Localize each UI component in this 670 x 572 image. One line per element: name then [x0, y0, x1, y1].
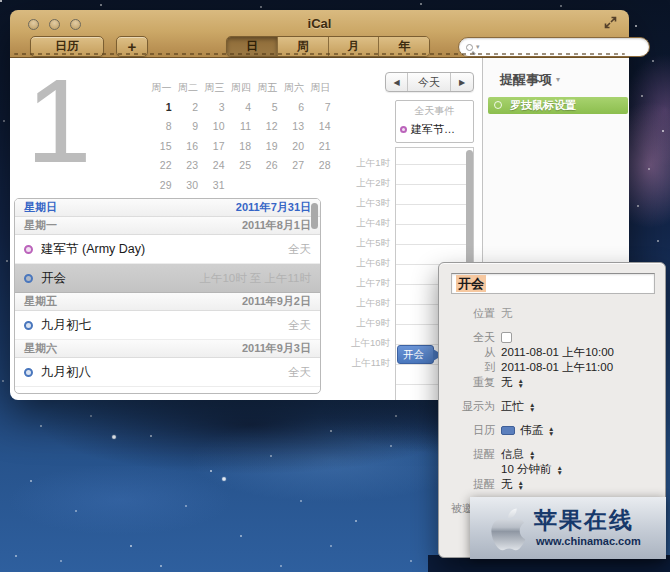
mini-calendar-day[interactable]: 23 [172, 156, 199, 176]
next-day-button[interactable]: ▶ [451, 73, 473, 91]
mini-calendar-day[interactable]: 5 [251, 98, 278, 118]
hour-label: 上午7时 [325, 277, 390, 290]
calendar-color-dot [24, 245, 33, 254]
tab-view-周[interactable]: 周 [278, 37, 329, 56]
mini-calendar-day[interactable]: 11 [225, 117, 252, 137]
day-list-event[interactable]: 建军节 (Army Day)全天 [15, 235, 320, 264]
mini-calendar-day[interactable]: 2 [172, 98, 199, 118]
mini-calendar-day[interactable]: 30 [172, 176, 199, 196]
mini-calendar-day[interactable]: 7 [304, 98, 331, 118]
stepper-down-icon: ▼ [557, 470, 563, 475]
day-list-event-time: 全天 [288, 365, 311, 380]
inspector-field-value: 无 [501, 306, 513, 321]
mini-calendar-day[interactable]: 31 [198, 176, 225, 196]
stepper-down-icon: ▼ [518, 485, 524, 490]
mini-calendar-week-row: 22232425262728 [145, 156, 331, 176]
stepper-icon[interactable]: ▲▼ [518, 378, 524, 388]
mini-calendar-day[interactable]: 6 [278, 98, 305, 118]
hour-label: 上午11时 [325, 357, 390, 370]
today-button[interactable]: 今天 [408, 73, 451, 91]
mini-calendar-day[interactable]: 15 [145, 137, 172, 157]
mini-calendar-day[interactable]: 29 [145, 176, 172, 196]
inspector-row: 提醒无▲▼ [439, 477, 665, 492]
day-list-event-title: 九月初八 [41, 364, 288, 381]
mini-calendar-day[interactable]: 8 [145, 117, 172, 137]
day-list-header-date: 2011年8月1日 [242, 218, 311, 233]
prev-day-button[interactable]: ◀ [386, 73, 408, 91]
mini-calendar-day[interactable]: 14 [304, 117, 331, 137]
mini-calendar-day [251, 176, 278, 196]
day-list-event[interactable]: 九月初八全天 [15, 358, 320, 387]
day-list-event-time: 全天 [288, 318, 311, 333]
day-list-event-time: 全天 [288, 242, 311, 257]
hour-gridline [396, 164, 473, 165]
tab-view-年[interactable]: 年 [379, 37, 429, 56]
weekday-header: 周六 [278, 78, 305, 98]
inspector-row: 提醒信息▲▼ [439, 447, 665, 462]
mini-calendar-day[interactable]: 9 [172, 117, 199, 137]
day-list-event[interactable]: 九月初七全天 [15, 311, 320, 340]
day-list-event-title: 开会 [41, 270, 199, 287]
hour-label: 上午1时 [325, 157, 390, 170]
stepper-icon[interactable]: ▲▼ [529, 450, 535, 460]
timed-event-meeting[interactable]: 开会 [397, 345, 434, 364]
event-title-input[interactable]: 开会 [451, 273, 655, 294]
mini-calendar-day[interactable]: 27 [278, 156, 305, 176]
mini-calendar-day[interactable]: 17 [198, 137, 225, 157]
sort-caret-icon: ▾ [556, 75, 560, 84]
all-day-checkbox[interactable] [501, 332, 512, 343]
stepper-icon[interactable]: ▲▼ [548, 426, 554, 436]
mini-calendar-day[interactable]: 4 [225, 98, 252, 118]
mini-calendar: 周一周二周三周四周五周六周日12345678910111213141516171… [145, 78, 331, 195]
stepper-icon[interactable]: ▲▼ [529, 402, 535, 412]
reminder-item[interactable]: 罗技鼠标设置 [488, 97, 628, 114]
mini-calendar-day[interactable]: 13 [278, 117, 305, 137]
day-list-header: 星期一2011年8月1日 [15, 217, 320, 235]
tab-view-月[interactable]: 月 [329, 37, 380, 56]
mini-calendar-day[interactable]: 12 [251, 117, 278, 137]
calendar-color-dot [400, 126, 407, 133]
tab-view-日[interactable]: 日 [227, 37, 278, 56]
weekday-header: 周二 [172, 78, 199, 98]
day-list-header: 星期六2011年9月3日 [15, 340, 320, 358]
weekday-header: 周五 [251, 78, 278, 98]
day-list-header-date: 2011年7月31日 [236, 200, 311, 215]
calendar-color-dot [24, 368, 33, 377]
inspector-field-value: 2011-08-01 上午11:00 [501, 360, 613, 375]
inspector-field-label: 全天 [439, 330, 501, 345]
mini-calendar-day[interactable]: 16 [172, 137, 199, 157]
hour-label: 上午5时 [325, 237, 390, 250]
inspector-field-label: 提醒 [439, 447, 501, 462]
all-day-event[interactable]: 建军节… [396, 118, 473, 137]
add-event-button[interactable]: + [116, 36, 148, 57]
calendars-button[interactable]: 日历 [30, 36, 104, 57]
mini-calendar-day[interactable]: 1 [145, 98, 172, 118]
mini-calendar-day[interactable]: 3 [198, 98, 225, 118]
mini-calendar-day[interactable]: 18 [225, 137, 252, 157]
mini-calendar-day[interactable]: 22 [145, 156, 172, 176]
inspector-row: 全天 [439, 330, 665, 345]
mini-calendar-day[interactable]: 26 [251, 156, 278, 176]
mini-calendar-day[interactable]: 24 [198, 156, 225, 176]
stepper-icon[interactable]: ▲▼ [557, 465, 563, 475]
mini-calendar-day [278, 176, 305, 196]
big-day-number: 1 [26, 60, 92, 184]
inspector-fields: 位置无全天从2011-08-01 上午10:00到2011-08-01 上午11… [439, 306, 665, 516]
stepper-icon[interactable]: ▲▼ [518, 480, 524, 490]
search-input[interactable]: ▾ [458, 37, 650, 57]
inspector-row: 位置无 [439, 306, 665, 321]
fullscreen-icon[interactable] [604, 15, 617, 28]
day-list-event[interactable]: 开会上午10时 至 上午11时 [15, 264, 320, 293]
mini-calendar-day[interactable]: 20 [278, 137, 305, 157]
inspector-row: 到2011-08-01 上午11:00 [439, 360, 665, 375]
mini-calendar-day[interactable]: 19 [251, 137, 278, 157]
inspector-field-label: 日历 [439, 423, 501, 438]
weekday-header: 周三 [198, 78, 225, 98]
reminders-title: 提醒事项▾ [500, 71, 560, 89]
mini-calendar-day[interactable]: 21 [304, 137, 331, 157]
mini-calendar-day[interactable]: 25 [225, 156, 252, 176]
day-list-scrollbar[interactable] [311, 203, 318, 229]
mini-calendar-day[interactable]: 10 [198, 117, 225, 137]
hour-label: 上午2时 [325, 177, 390, 190]
view-segmented-control: 日周月年 [226, 36, 430, 57]
